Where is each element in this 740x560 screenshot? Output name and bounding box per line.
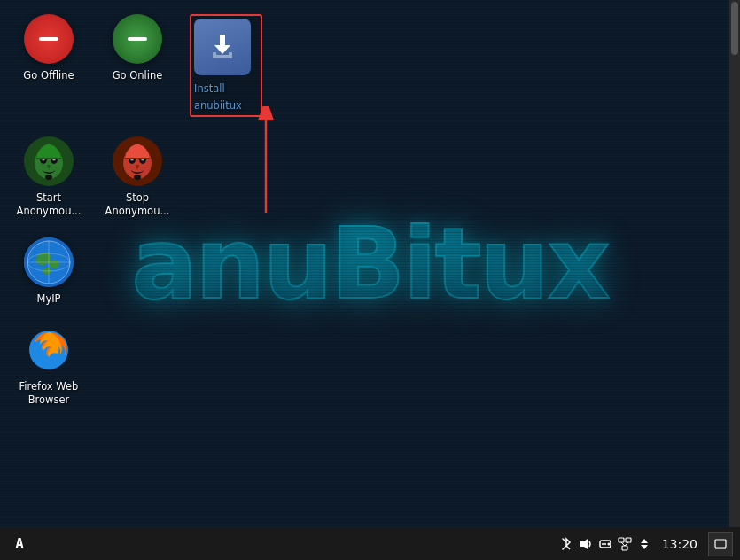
online-minus [128, 37, 147, 41]
launcher-icon: A [15, 535, 24, 552]
network-icon [618, 537, 632, 551]
svg-marker-40 [641, 539, 648, 543]
svg-rect-42 [715, 540, 726, 548]
bluetooth-icon [559, 537, 573, 551]
offline-icon-img [24, 14, 74, 64]
volume-icon [579, 537, 593, 551]
desktop: anuBitux Go Offline Go Online [0, 0, 740, 527]
taskbar: A [0, 527, 740, 560]
svg-marker-31 [580, 539, 588, 549]
globe-svg-icon [24, 237, 74, 287]
go-offline-icon[interactable]: Go Offline [9, 9, 89, 122]
svg-rect-4 [229, 52, 232, 56]
globe-icon-img [24, 237, 74, 287]
svg-rect-36 [626, 538, 631, 542]
stop-anonymous-icon[interactable]: Stop Anonymou... [97, 131, 177, 223]
show-desktop-button[interactable] [708, 532, 733, 556]
icon-row-4: Firefox Web Browser [9, 320, 266, 412]
desktop-icon [714, 539, 727, 549]
start-anon-label: Start Anonymou... [12, 191, 85, 218]
svg-rect-3 [213, 52, 216, 56]
icon-row-2: Start Anonymou... [9, 131, 266, 223]
svg-point-11 [45, 175, 52, 180]
firefox-icon-img [24, 325, 74, 375]
svg-rect-37 [622, 546, 627, 550]
install-label: Install anubiitux [194, 82, 242, 112]
online-icon-img [113, 14, 162, 64]
volume-tray-icon[interactable] [579, 537, 593, 551]
firefox-icon[interactable]: Firefox Web Browser [9, 320, 89, 412]
taskbar-clock: 13:20 [657, 537, 703, 551]
install-anubiitux-icon[interactable]: Install anubiitux [186, 9, 266, 122]
start-anon-img [24, 136, 74, 186]
myip-icon[interactable]: MyIP [9, 232, 89, 311]
svg-rect-35 [619, 538, 624, 542]
scrollbar-thumb[interactable] [731, 2, 738, 55]
updown-arrows-icon[interactable] [637, 537, 651, 551]
go-offline-label: Go Offline [23, 69, 74, 82]
svg-marker-1 [214, 45, 230, 54]
storage-tray-icon[interactable] [598, 537, 612, 551]
icon-row-3: MyIP [9, 232, 266, 311]
arrows-icon [637, 537, 651, 551]
firefox-svg-icon [24, 325, 74, 375]
svg-marker-41 [641, 545, 648, 549]
myip-label: MyIP [36, 292, 60, 306]
desktop-icons-container: Go Offline Go Online [9, 9, 266, 412]
svg-rect-0 [220, 35, 225, 47]
desktop-scrollbar[interactable] [729, 0, 740, 527]
anon-green-mask-icon [24, 136, 74, 186]
go-online-label: Go Online [113, 69, 163, 82]
app-launcher-button[interactable]: A [4, 531, 35, 557]
firefox-label: Firefox Web Browser [12, 380, 85, 407]
taskbar-left: A [0, 531, 559, 557]
svg-point-18 [134, 175, 141, 180]
go-online-icon[interactable]: Go Online [97, 9, 177, 122]
storage-icon [598, 537, 612, 551]
offline-minus [39, 37, 58, 41]
anon-red-mask-icon [113, 136, 162, 186]
stop-anon-img [113, 136, 162, 186]
icon-row-1: Go Offline Go Online [9, 9, 266, 122]
stop-anon-label: Stop Anonymou... [101, 191, 174, 218]
svg-point-33 [607, 542, 610, 545]
start-anonymous-icon[interactable]: Start Anonymou... [9, 131, 89, 223]
network-tray-icon[interactable] [618, 537, 632, 551]
bluetooth-tray-icon[interactable] [559, 537, 573, 551]
taskbar-right: 13:20 [559, 532, 740, 556]
install-icon-img [194, 19, 251, 75]
download-arrow-icon [209, 35, 236, 59]
